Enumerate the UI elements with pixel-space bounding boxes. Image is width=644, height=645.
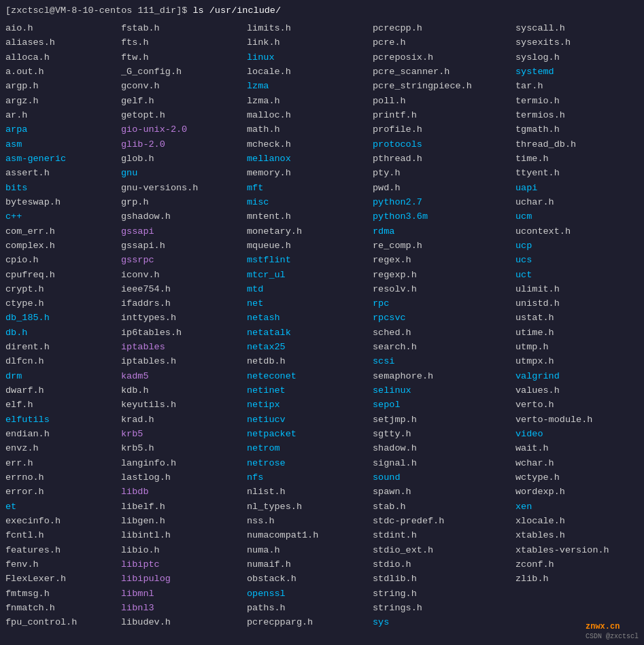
item: dirent.h (5, 340, 121, 354)
item: sysexits.h (515, 35, 639, 50)
item: pcrecpp.h (373, 21, 515, 35)
item: syscall.h (515, 21, 639, 35)
prompt: [zxctscl@VM-8-10-centos 111_dir]$ (5, 5, 192, 16)
item: libgen.h (121, 514, 247, 528)
item: pcre.h (373, 35, 515, 50)
item: shadow.h (373, 441, 515, 455)
item: regex.h (373, 253, 515, 267)
col-4: pcrecpp.h pcre.h pcreposix.h pcre_scanne… (373, 21, 515, 630)
item: math.h (247, 122, 373, 137)
item: syslog.h (515, 50, 639, 65)
item: wait.h (515, 441, 639, 455)
item: iptables (121, 340, 247, 354)
item: gssrpc (121, 253, 247, 267)
item: alloca.h (5, 50, 121, 65)
item: ucontext.h (515, 224, 639, 239)
item: lastlog.h (121, 470, 247, 485)
item: aliases.h (5, 35, 121, 50)
item: search.h (373, 340, 515, 354)
item: argz.h (5, 94, 121, 108)
item: netpacket (247, 427, 373, 441)
item: netiucv (247, 413, 373, 427)
item: numaif.h (247, 557, 373, 572)
item: xtables.h (515, 528, 639, 542)
item: gshadow.h (121, 209, 247, 224)
item: ip6tables.h (121, 326, 247, 340)
item: stdint.h (373, 528, 515, 542)
item: keyutils.h (121, 398, 247, 412)
item: uapi (515, 181, 639, 195)
item: resolv.h (373, 282, 515, 296)
item: sepol (373, 398, 515, 412)
item: paths.h (247, 601, 373, 615)
item: asm (5, 137, 121, 152)
item: byteswap.h (5, 195, 121, 209)
item: dwarf.h (5, 383, 121, 398)
item: grp.h (121, 195, 247, 209)
item: numa.h (247, 543, 373, 557)
item: libio.h (121, 543, 247, 557)
item: envz.h (5, 441, 121, 455)
item: a.out.h (5, 65, 121, 79)
item: stdlib.h (373, 572, 515, 586)
item: uct (515, 268, 639, 282)
item: fnmatch.h (5, 601, 121, 615)
item: libiptc (121, 557, 247, 572)
item: locale.h (247, 65, 373, 79)
item: argp.h (5, 79, 121, 93)
item: endian.h (5, 427, 121, 441)
item: gnu-versions.h (121, 181, 247, 195)
watermark-csdn: CSDN @zxctscl (586, 633, 639, 640)
item: krb5.h (121, 441, 247, 455)
item: values.h (515, 383, 639, 398)
item: libipulog (121, 572, 247, 586)
item: elfutils (5, 413, 121, 427)
terminal-window: [zxctscl@VM-8-10-centos 111_dir]$ ls /us… (0, 0, 644, 645)
item: mcheck.h (247, 137, 373, 152)
command: ls /usr/include/ (192, 5, 281, 16)
item: et (5, 500, 121, 514)
col-3: limits.h link.h linux locale.h lzma lzma… (247, 21, 373, 630)
item: systemd (515, 65, 639, 79)
col-5: syscall.h sysexits.h syslog.h systemd ta… (515, 21, 639, 630)
item: pcrecpparg.h (247, 615, 373, 629)
item: netrose (247, 456, 373, 470)
item: fts.h (121, 35, 247, 50)
item: netinet (247, 383, 373, 398)
item: pty.h (373, 166, 515, 180)
item: tgmath.h (515, 122, 639, 137)
item: crypt.h (5, 282, 121, 296)
item: libelf.h (121, 500, 247, 514)
item: sched.h (373, 326, 515, 340)
item: zconf.h (515, 557, 639, 572)
item: nss.h (247, 514, 373, 528)
item: libintl.h (121, 528, 247, 542)
item: libdb (121, 485, 247, 499)
item: utime.h (515, 326, 639, 340)
item: FlexLexer.h (5, 572, 121, 586)
item: xlocale.h (515, 514, 639, 528)
item: getopt.h (121, 108, 247, 122)
item: gssapi (121, 224, 247, 239)
item: kadm5 (121, 369, 247, 383)
item: ucm (515, 209, 639, 224)
watermark: znwx.cn CSDN @zxctscl (586, 622, 639, 641)
item: stdio_ext.h (373, 543, 515, 557)
item: lzma (247, 79, 373, 93)
item: lzma.h (247, 94, 373, 108)
item: ieee754.h (121, 282, 247, 296)
item: db.h (5, 326, 121, 340)
item: complex.h (5, 239, 121, 253)
item: fenv.h (5, 557, 121, 572)
item: profile.h (373, 122, 515, 137)
item: netrom (247, 441, 373, 455)
item: ucp (515, 239, 639, 253)
item: wordexp.h (515, 485, 639, 499)
item: krad.h (121, 413, 247, 427)
item: assert.h (5, 166, 121, 180)
item: unistd.h (515, 296, 639, 311)
item: libnl3 (121, 601, 247, 615)
item: utmpx.h (515, 354, 639, 368)
item: elf.h (5, 398, 121, 412)
item: scsi (373, 354, 515, 368)
